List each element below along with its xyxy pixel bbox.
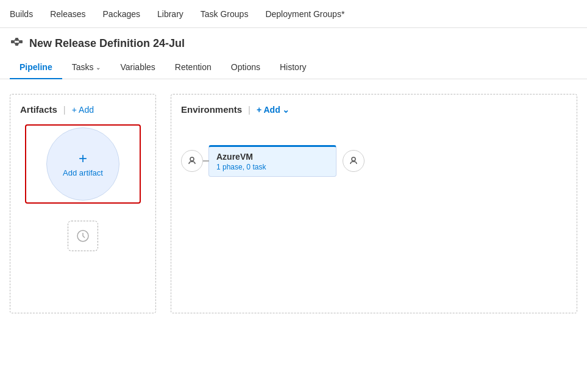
env-card-name: AzureVM <box>216 152 329 162</box>
artifacts-header: Artifacts | + Add <box>20 104 94 115</box>
artifacts-add-button[interactable]: + Add <box>72 105 94 115</box>
environments-panel: Environments | + Add ⌄ AzureV <box>171 94 577 313</box>
svg-rect-0 <box>11 40 14 43</box>
svg-rect-1 <box>15 38 18 41</box>
svg-line-6 <box>18 40 20 42</box>
pipeline-canvas: Artifacts | + Add + Add artifact Environ… <box>0 79 587 328</box>
scheduled-deploy-icon <box>68 221 98 251</box>
svg-point-10 <box>352 157 355 161</box>
svg-rect-2 <box>15 43 18 46</box>
nav-task-groups[interactable]: Task Groups <box>201 2 249 26</box>
tab-tasks[interactable]: Tasks ⌄ <box>62 56 111 79</box>
artifacts-panel: Artifacts | + Add + Add artifact <box>10 94 156 313</box>
connector-area <box>181 150 209 172</box>
svg-line-7 <box>18 42 20 45</box>
svg-line-5 <box>14 42 15 45</box>
nav-releases[interactable]: Releases <box>50 2 85 26</box>
add-artifact-label: Add artifact <box>63 168 103 177</box>
env-card-tasks[interactable]: 1 phase, 0 task <box>216 163 329 171</box>
tab-options[interactable]: Options <box>221 56 270 79</box>
nav-library[interactable]: Library <box>157 2 183 26</box>
release-icon <box>10 37 23 50</box>
connector-line-left <box>203 160 209 162</box>
env-card-azurevm[interactable]: AzureVM 1 phase, 0 task <box>208 145 336 177</box>
tab-retention[interactable]: Retention <box>165 56 221 79</box>
add-artifact-box: + Add artifact <box>25 124 141 204</box>
svg-rect-3 <box>20 40 23 43</box>
svg-line-4 <box>14 40 15 42</box>
env-trigger-icon[interactable] <box>181 150 203 172</box>
environments-title: Environments <box>181 104 242 115</box>
page-header: New Release Definition 24-Jul <box>0 28 587 56</box>
sub-tabs: Pipeline Tasks ⌄ Variables Retention Opt… <box>0 56 587 79</box>
environments-header: Environments | + Add ⌄ <box>181 104 567 115</box>
tab-variables[interactable]: Variables <box>110 56 165 79</box>
environments-divider: | <box>248 104 251 115</box>
top-nav: Builds Releases Packages Library Task Gr… <box>0 0 587 28</box>
artifacts-title: Artifacts <box>20 104 57 115</box>
tab-tasks-label: Tasks <box>72 62 94 72</box>
environments-add-dropdown[interactable]: + Add ⌄ <box>257 105 290 115</box>
svg-point-9 <box>190 157 194 161</box>
environments-dropdown-arrow-icon: ⌄ <box>282 105 290 115</box>
nav-builds[interactable]: Builds <box>10 2 33 26</box>
env-approver-icon[interactable] <box>343 150 365 172</box>
add-artifact-plus-icon: + <box>79 151 87 166</box>
artifacts-divider: | <box>63 104 66 115</box>
nav-packages[interactable]: Packages <box>103 2 140 26</box>
add-artifact-circle[interactable]: + Add artifact <box>46 127 119 201</box>
tasks-chevron-icon: ⌄ <box>96 64 101 71</box>
nav-deployment-groups[interactable]: Deployment Groups* <box>265 2 344 26</box>
tab-pipeline[interactable]: Pipeline <box>10 56 62 79</box>
tab-history[interactable]: History <box>270 56 316 79</box>
env-content-area: AzureVM 1 phase, 0 task <box>181 127 567 177</box>
page-title: New Release Definition 24-Jul <box>29 37 185 50</box>
environments-add-label: + Add <box>257 105 280 115</box>
